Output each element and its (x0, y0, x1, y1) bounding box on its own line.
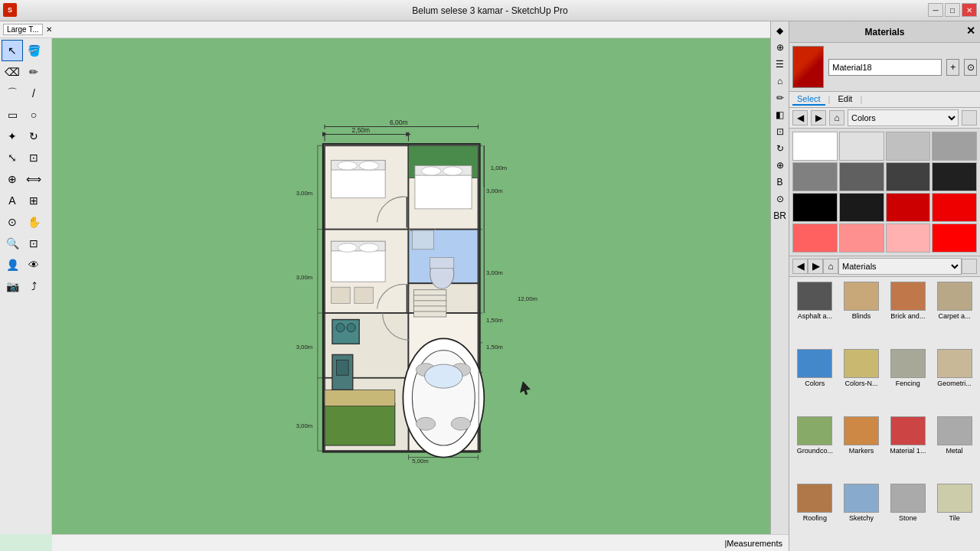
mat-item-6[interactable]: Fencing (886, 347, 931, 413)
tool-push-pull[interactable]: ⊡ (23, 147, 44, 168)
svg-text:3,00m: 3,00m (296, 190, 313, 197)
forward-button[interactable]: ▶ (811, 110, 826, 126)
color-swatch-15[interactable] (932, 223, 977, 253)
color-swatch-6[interactable] (886, 162, 931, 191)
mat-item-8[interactable]: Groundco... (792, 415, 838, 481)
tool-look-around[interactable]: 👁 (23, 254, 44, 276)
tool-orbit[interactable]: ⊙ (2, 211, 23, 233)
color-swatch-1[interactable] (839, 132, 884, 161)
display-mode-button[interactable] (962, 110, 977, 126)
rt-btn-4[interactable]: ⌂ (773, 73, 788, 89)
rt-btn-1[interactable]: ◆ (773, 23, 788, 38)
mat-item-4[interactable]: Colors (792, 347, 838, 413)
mat-item-12[interactable]: Roofing (792, 482, 838, 548)
close-button[interactable]: ✕ (962, 3, 977, 17)
rt-btn-3[interactable]: ☰ (773, 57, 788, 72)
tool-move[interactable]: ✦ (2, 126, 23, 147)
color-swatch-11[interactable] (932, 193, 977, 222)
tool-pan[interactable]: ✋ (23, 211, 44, 233)
tool-tape[interactable]: ⟺ (23, 168, 44, 190)
color-swatch-4[interactable] (792, 162, 838, 191)
mat-item-0[interactable]: Asphalt a... (792, 280, 838, 346)
large-tool-close[interactable]: ✕ (46, 25, 52, 34)
color-swatch-14[interactable] (886, 223, 931, 253)
main-canvas[interactable]: 2,50m 6,00m 1,00m 3,00m 3,00m 1,50m 1,50… (52, 38, 789, 534)
color-swatch-10[interactable] (886, 193, 931, 222)
materials-category-dropdown[interactable]: Materials (838, 258, 962, 275)
mat-item-2[interactable]: Brick and... (886, 280, 931, 346)
select-back-button[interactable]: ◀ (792, 259, 808, 274)
tool-circle[interactable]: ○ (23, 104, 44, 126)
tool-walk2[interactable]: ⤴ (23, 276, 44, 297)
minimize-button[interactable]: ─ (928, 3, 943, 17)
materials-panel-close[interactable]: ✕ (963, 23, 978, 38)
rt-btn-2[interactable]: ⊕ (773, 40, 788, 55)
mat-item-5[interactable]: Colors-N... (839, 347, 884, 413)
rt-btn-11[interactable]: ⊙ (773, 191, 788, 207)
material-name-input[interactable] (828, 59, 942, 76)
tool-pencil[interactable]: ✏ (23, 61, 44, 83)
svg-point-46 (416, 417, 435, 430)
large-tool-label[interactable]: Large T... (3, 24, 43, 35)
tool-zoom[interactable]: 🔍 (2, 233, 23, 254)
svg-text:1,00m: 1,00m (491, 165, 508, 171)
mat-item-14[interactable]: Stone (886, 482, 931, 548)
rt-btn-6[interactable]: ◧ (773, 107, 788, 122)
tool-position-camera[interactable]: 📷 (2, 276, 23, 297)
color-swatch-8[interactable] (792, 193, 838, 222)
select-display-button[interactable] (962, 259, 977, 274)
rt-btn-12[interactable]: BR (773, 208, 788, 223)
material-items-grid: Asphalt a...BlindsBrick and...Carpet a..… (789, 277, 980, 551)
material-thumbnail (792, 46, 824, 88)
sampling-icon[interactable]: ⊙ (964, 59, 977, 76)
select-forward-button[interactable]: ▶ (808, 259, 823, 274)
title-text: Belum selese 3 kamar - SketchUp Pro (412, 5, 567, 16)
tool-offset[interactable]: ⊕ (2, 168, 23, 190)
back-button[interactable]: ◀ (792, 110, 808, 126)
rt-btn-8[interactable]: ↻ (773, 141, 788, 156)
select-home-button[interactable]: ⌂ (823, 259, 838, 274)
color-swatch-5[interactable] (839, 162, 884, 191)
maximize-button[interactable]: □ (945, 3, 960, 17)
rt-btn-5[interactable]: ✏ (773, 90, 788, 106)
color-swatch-13[interactable] (839, 223, 884, 253)
color-swatch-3[interactable] (932, 132, 977, 161)
color-swatch-0[interactable] (792, 132, 838, 161)
mat-item-3[interactable]: Carpet a... (932, 280, 977, 346)
rt-btn-10[interactable]: B (773, 174, 788, 190)
tool-line[interactable]: / (23, 83, 44, 104)
tool-arc[interactable]: ⌒ (2, 83, 23, 104)
mat-item-7[interactable]: Geometri... (932, 347, 977, 413)
tool-paint-bucket[interactable]: 🪣 (23, 40, 44, 61)
tool-axes[interactable]: ⊞ (23, 190, 44, 211)
mat-item-13[interactable]: Sketchy (839, 482, 884, 548)
tab-edit[interactable]: Edit (833, 93, 857, 106)
mat-item-9[interactable]: Markers (839, 415, 884, 481)
mat-item-1[interactable]: Blinds (839, 280, 884, 346)
rt-btn-9[interactable]: ⊕ (773, 158, 788, 173)
tool-walk[interactable]: 👤 (2, 254, 23, 276)
mat-item-15[interactable]: Tile (932, 482, 977, 548)
tab-select[interactable]: Select (792, 93, 825, 106)
svg-rect-32 (414, 290, 446, 317)
tool-rectangle[interactable]: ▭ (2, 104, 23, 126)
svg-point-24 (338, 243, 357, 252)
tool-scale[interactable]: ⤡ (2, 147, 23, 168)
color-type-dropdown[interactable]: Colors (848, 109, 959, 126)
tool-zoom-ext[interactable]: ⊡ (23, 233, 44, 254)
mat-item-10[interactable]: Material 1... (886, 415, 931, 481)
rt-btn-7[interactable]: ⊡ (773, 124, 788, 139)
mat-item-11[interactable]: Metal (932, 415, 977, 481)
tool-text[interactable]: A (2, 190, 23, 211)
home-button[interactable]: ⌂ (829, 110, 844, 126)
color-swatch-12[interactable] (792, 223, 838, 253)
tool-select[interactable]: ↖ (2, 40, 23, 61)
tool-eraser[interactable]: ⌫ (2, 61, 23, 83)
create-material-button[interactable]: + (946, 59, 959, 76)
color-swatch-2[interactable] (886, 132, 931, 161)
svg-point-25 (359, 243, 378, 252)
tool-rotate[interactable]: ↻ (23, 126, 44, 147)
color-swatch-9[interactable] (839, 193, 884, 222)
color-swatch-7[interactable] (932, 162, 977, 191)
svg-text:12,00m: 12,00m (518, 295, 537, 302)
